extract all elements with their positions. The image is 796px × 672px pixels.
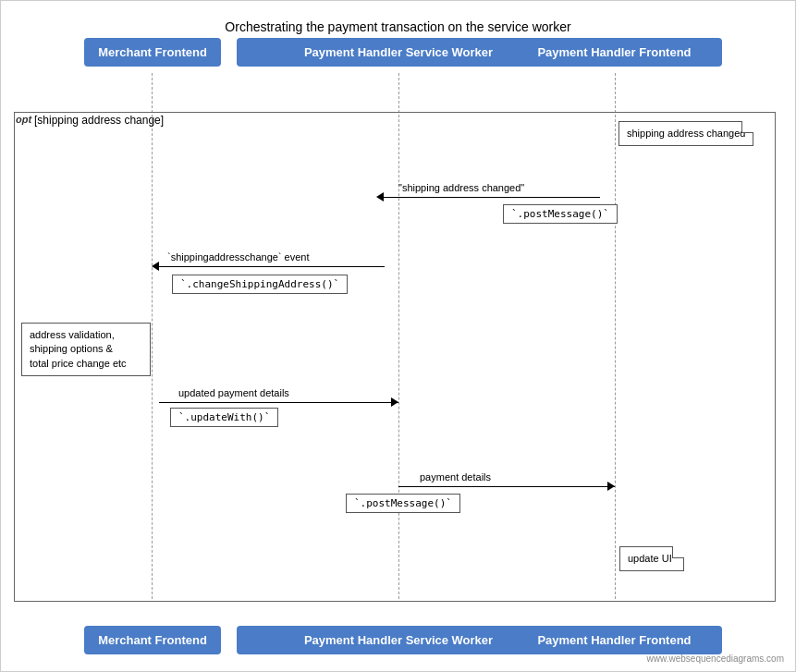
actor-merchant-bottom: Merchant Frontend: [84, 626, 221, 654]
method-change-shipping: `.changeShippingAddress()`: [172, 275, 348, 294]
arrow-label-4: payment details: [420, 471, 491, 483]
arrowhead-3: [391, 397, 398, 407]
diagram-title: Orchestrating the payment transaction on…: [1, 10, 795, 34]
arrowhead-4: [607, 482, 615, 491]
arrow-1: [384, 197, 600, 198]
note-address-validation: address validation,shipping options &tot…: [21, 323, 151, 376]
method-update-with: `.updateWith()`: [170, 408, 278, 427]
actor-frontend-top: Payment Handler Frontend: [507, 38, 722, 67]
arrow-label-1: "shipping address changed": [398, 182, 524, 193]
arrow-2: [159, 266, 385, 267]
actor-merchant-top: Merchant Frontend: [84, 38, 221, 67]
diagram-container: Orchestrating the payment transaction on…: [0, 0, 796, 672]
arrowhead-2: [152, 262, 159, 271]
method-post-message-1: `.postMessage()`: [503, 204, 618, 224]
opt-label: opt: [16, 114, 31, 125]
arrow-3: [159, 402, 398, 403]
note-update-ui: update UI: [619, 546, 684, 571]
watermark: www.websequencediagrams.com: [647, 654, 784, 664]
opt-condition: [shipping address change]: [34, 114, 164, 127]
arrowhead-1: [376, 192, 384, 202]
arrow-label-2: `shippingaddresschange` event: [167, 251, 310, 263]
method-post-message-2: `.postMessage()`: [346, 494, 460, 513]
arrow-4: [398, 486, 615, 487]
actor-frontend-bottom: Payment Handler Frontend: [507, 626, 722, 654]
arrow-label-3: updated payment details: [178, 387, 289, 398]
note-shipping-changed: shipping address changed: [618, 121, 753, 146]
